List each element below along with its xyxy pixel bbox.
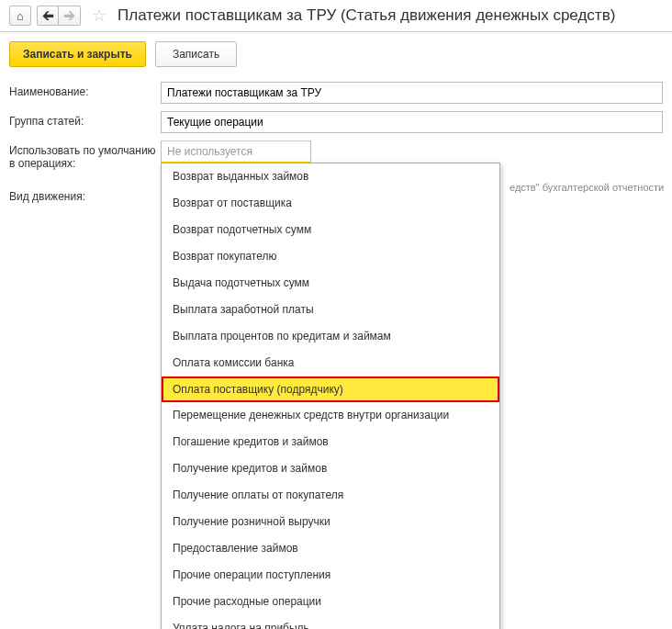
group-input[interactable] xyxy=(161,111,663,133)
operations-dropdown: Возврат выданных займовВозврат от постав… xyxy=(161,163,500,629)
arrow-left-icon: 🡰 xyxy=(42,9,54,23)
save-button[interactable]: Записать xyxy=(155,41,237,67)
dropdown-item[interactable]: Выдача подотчетных сумм xyxy=(162,270,499,297)
arrow-right-icon: 🡲 xyxy=(63,9,75,23)
dropdown-item[interactable]: Погашение кредитов и займов xyxy=(162,429,499,455)
home-icon: ⌂ xyxy=(17,9,24,23)
dropdown-item[interactable]: Получение розничной выручки xyxy=(162,509,499,535)
favorite-star-icon[interactable]: ☆ xyxy=(92,6,106,26)
dropdown-item[interactable]: Возврат выданных займов xyxy=(162,163,499,190)
save-and-close-button[interactable]: Записать и закрыть xyxy=(9,41,146,67)
dropdown-item[interactable]: Оплата комиссии банка xyxy=(162,350,499,376)
forward-button[interactable]: 🡲 xyxy=(59,6,81,26)
movement-type-label: Вид движения: xyxy=(9,186,161,203)
default-operations-label: Использовать по умолчанию в операциях: xyxy=(9,140,161,170)
name-label: Наименование: xyxy=(9,82,161,98)
dropdown-item[interactable]: Получение оплаты от покупателя xyxy=(162,482,499,509)
page-title: Платежи поставщикам за ТРУ (Статья движе… xyxy=(118,6,615,25)
dropdown-item[interactable]: Прочие операции поступления xyxy=(162,562,499,589)
dropdown-item[interactable]: Предоставление займов xyxy=(162,535,499,562)
dropdown-item[interactable]: Прочие расходные операции xyxy=(162,589,499,615)
default-operations-input[interactable] xyxy=(161,140,311,163)
group-label: Группа статей: xyxy=(9,111,161,128)
dropdown-item[interactable]: Выплата процентов по кредитам и займам xyxy=(162,323,499,350)
name-input[interactable] xyxy=(161,82,663,104)
dropdown-item[interactable]: Оплата поставщику (подрядчику) xyxy=(162,376,499,402)
dropdown-item[interactable]: Выплата заработной платы xyxy=(162,297,499,323)
home-button[interactable]: ⌂ xyxy=(9,6,31,26)
dropdown-item[interactable]: Возврат от поставщика xyxy=(162,190,499,217)
dropdown-item[interactable]: Перемещение денежных средств внутри орга… xyxy=(162,402,499,429)
dropdown-item[interactable]: Возврат покупателю xyxy=(162,243,499,270)
dropdown-item[interactable]: Уплата налога на прибыль xyxy=(162,615,499,629)
hint-text: едств" бухгалтерской отчетности xyxy=(510,182,664,193)
dropdown-item[interactable]: Возврат подотчетных сумм xyxy=(162,217,499,243)
back-button[interactable]: 🡰 xyxy=(37,6,59,26)
dropdown-item[interactable]: Получение кредитов и займов xyxy=(162,455,499,482)
